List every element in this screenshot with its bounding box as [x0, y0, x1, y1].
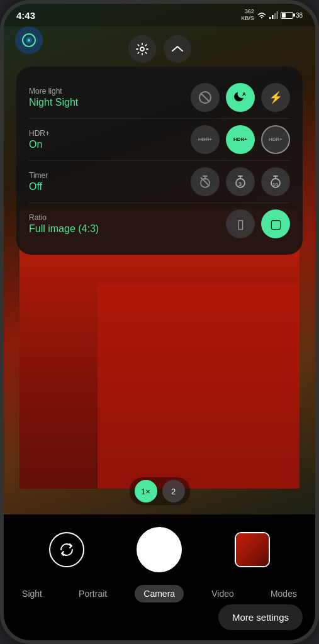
shutter-row	[4, 514, 315, 579]
svg-rect-6	[274, 13, 276, 19]
hdr-title: HDR+	[29, 129, 191, 138]
settings-panel: More light Night Sight A ⚡	[16, 67, 303, 255]
night-sight-options: A ⚡	[191, 83, 290, 112]
ratio-4-3-btn[interactable]: ▢	[261, 209, 290, 238]
data-rate-indicator: 362KB/S	[241, 8, 254, 22]
hdr-label-container: HDR+ On	[29, 129, 191, 150]
top-controls	[4, 30, 315, 68]
svg-point-8	[140, 47, 144, 51]
wifi-icon	[257, 11, 267, 19]
svg-point-3	[261, 17, 262, 18]
status-time: 4:43	[16, 10, 35, 21]
ratio-value: Full image (4:3)	[29, 223, 226, 235]
timer-label-container: Timer Off	[29, 171, 191, 192]
night-sight-value: Night Sight	[29, 97, 191, 108]
rotate-camera-button[interactable]	[49, 532, 84, 567]
timer-10s-btn[interactable]: 10	[261, 167, 290, 196]
svg-text:3: 3	[238, 181, 242, 187]
timer-3s-btn[interactable]: 3	[226, 167, 255, 196]
ratio-9-16-btn[interactable]: ▯	[226, 209, 255, 238]
ratio-label-container: Ratio Full image (4:3)	[29, 213, 226, 235]
hdr-off-btn[interactable]: HDR+	[191, 125, 220, 154]
svg-line-10	[201, 93, 210, 102]
shutter-button[interactable]	[137, 527, 182, 572]
status-bar: 4:43 362KB/S 38	[4, 4, 315, 26]
status-icons: 362KB/S 38	[241, 8, 303, 22]
timer-options: 3 10	[191, 167, 290, 196]
timer-value: Off	[29, 181, 191, 192]
timer-off-btn[interactable]	[191, 167, 220, 196]
night-sight-row: More light Night Sight A ⚡	[29, 77, 290, 119]
zoom-2x-button[interactable]: 2	[162, 480, 185, 502]
night-sight-title: More light	[29, 87, 191, 96]
photo-thumbnail[interactable]	[235, 532, 270, 567]
ratio-options: ▯ ▢	[226, 209, 290, 238]
battery-level: 38	[296, 12, 303, 19]
svg-text:A: A	[242, 91, 246, 97]
svg-point-12	[201, 179, 210, 187]
night-sight-label: More light Night Sight	[29, 87, 191, 108]
tab-portrait[interactable]: Portrait	[70, 585, 116, 602]
more-settings-button[interactable]: More settings	[218, 604, 303, 630]
zoom-1x-button[interactable]: 1×	[135, 480, 157, 502]
svg-text:10: 10	[272, 182, 278, 187]
hdr-row: HDR+ On HDR+ HDR+ HDR+	[29, 119, 290, 161]
tab-video[interactable]: Video	[203, 585, 243, 602]
night-sight-on-btn[interactable]: A	[226, 83, 255, 112]
timer-title: Timer	[29, 171, 191, 180]
hdr-options: HDR+ HDR+ HDR+	[191, 125, 290, 154]
collapse-button[interactable]	[164, 35, 191, 63]
hdr-enhanced-btn[interactable]: HDR+	[261, 125, 290, 154]
timer-row: Timer Off 3	[29, 161, 290, 203]
flash-btn[interactable]: ⚡	[261, 83, 290, 112]
phone-frame: 4:43 362KB/S 38	[0, 0, 319, 644]
hdr-on-btn[interactable]: HDR+	[226, 125, 255, 154]
zoom-controls: 1× 2	[130, 477, 190, 505]
settings-button[interactable]	[128, 35, 156, 63]
hdr-value: On	[29, 139, 191, 150]
svg-rect-7	[276, 11, 278, 19]
battery-icon	[281, 12, 293, 19]
tab-modes[interactable]: Modes	[262, 585, 306, 602]
tab-sight[interactable]: Sight	[13, 585, 51, 602]
signal-icon	[269, 11, 278, 19]
tab-camera[interactable]: Camera	[135, 585, 184, 602]
svg-rect-5	[272, 15, 274, 19]
ratio-row: Ratio Full image (4:3) ▯ ▢	[29, 203, 290, 245]
svg-rect-4	[269, 17, 271, 19]
night-sight-off-btn[interactable]	[191, 83, 220, 112]
ratio-title: Ratio	[29, 213, 226, 222]
